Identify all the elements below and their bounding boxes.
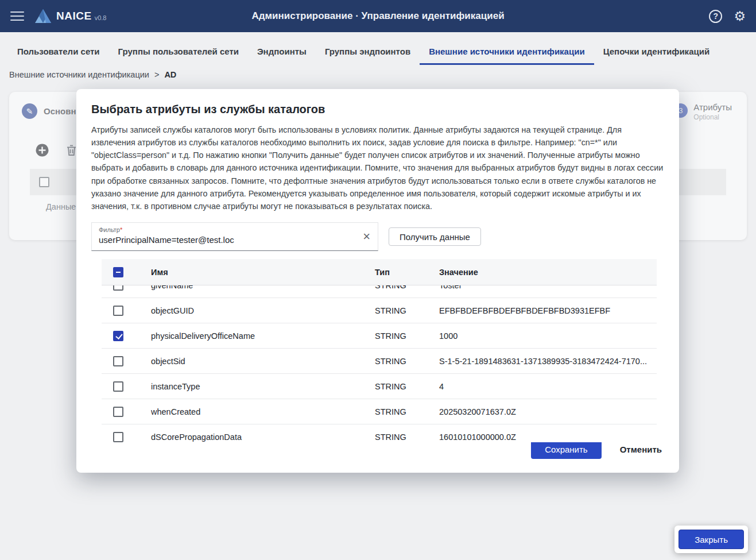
gear-icon[interactable]: ⚙ — [734, 10, 746, 23]
attribute-name: objectSid — [151, 357, 375, 366]
naice-logo-icon — [34, 9, 52, 24]
filter-input[interactable]: Фильтр* userPrincipalName=tester@test.lo… — [91, 222, 378, 251]
attribute-type: STRING — [375, 306, 439, 315]
attribute-type: STRING — [375, 432, 439, 442]
attribute-type: STRING — [375, 331, 439, 341]
required-asterisk: * — [120, 226, 122, 233]
row-checkbox[interactable] — [113, 407, 123, 417]
attributes-table: Имя Тип Значение givenName STRING Toster… — [102, 259, 657, 442]
attribute-type: STRING — [375, 407, 439, 416]
help-icon[interactable]: ? — [709, 10, 722, 23]
table-header-row: Имя Тип Значение — [102, 259, 657, 285]
attribute-value: 20250320071637.0Z — [439, 407, 657, 416]
attribute-value: S-1-5-21-1891483631-1371389935-318347242… — [439, 357, 657, 366]
brand-version: v0.8 — [95, 11, 107, 21]
attribute-value: 16010101000000.0Z — [439, 432, 657, 442]
filter-row: Фильтр* userPrincipalName=tester@test.lo… — [91, 222, 664, 251]
close-button[interactable]: Закрыть — [679, 530, 744, 549]
fetch-data-button[interactable]: Получить данные — [389, 227, 481, 246]
cancel-button[interactable]: Отменить — [618, 445, 664, 454]
attribute-name: physicalDeliveryOfficeName — [151, 331, 375, 341]
row-checkbox[interactable] — [113, 356, 123, 366]
table-row[interactable]: dSCorePropagationData STRING 16010101000… — [102, 424, 657, 442]
save-button[interactable]: Сохранить — [531, 439, 602, 459]
row-checkbox[interactable] — [113, 306, 123, 316]
row-checkbox[interactable] — [113, 331, 123, 341]
attribute-name: instanceType — [151, 382, 375, 391]
row-checkbox[interactable] — [113, 381, 123, 392]
select-all-checkbox[interactable] — [113, 267, 123, 277]
attribute-name: whenCreated — [151, 407, 375, 416]
app-bar: NAICE v0.8 Администрирование · Управлени… — [0, 0, 756, 32]
table-row[interactable]: physicalDeliveryOfficeName STRING 1000 — [102, 323, 657, 349]
page-title: Администрирование · Управление идентифик… — [251, 10, 504, 22]
header-type: Тип — [375, 268, 439, 277]
table-row[interactable]: whenCreated STRING 20250320071637.0Z — [102, 399, 657, 424]
attribute-value: 4 — [439, 382, 657, 391]
table-row[interactable]: instanceType STRING 4 — [102, 374, 657, 399]
attribute-name: dSCorePropagationData — [151, 432, 375, 442]
dialog-title: Выбрать атрибуты из службы каталогов — [91, 103, 664, 116]
appbar-actions: ? ⚙ — [709, 10, 746, 23]
table-row[interactable]: objectSid STRING S-1-5-21-1891483631-137… — [102, 349, 657, 374]
close-snackbar: Закрыть — [674, 526, 748, 553]
brand-name: NAICE — [56, 10, 92, 22]
filter-label: Фильтр* — [99, 226, 352, 233]
attribute-value: 1000 — [439, 331, 657, 341]
attribute-value: EFBFBDEFBFBDEFBFBDEFBFBD3931EFBF — [439, 306, 657, 315]
dialog-footer: Сохранить Отменить — [531, 439, 664, 459]
table-row[interactable]: objectGUID STRING EFBFBDEFBFBDEFBFBDEFBF… — [102, 298, 657, 323]
header-name: Имя — [151, 268, 375, 277]
row-checkbox[interactable] — [113, 432, 123, 442]
attribute-type: STRING — [375, 357, 439, 366]
select-attributes-dialog: Выбрать атрибуты из службы каталогов Атр… — [76, 89, 679, 473]
clear-filter-icon[interactable]: × — [363, 230, 370, 243]
header-value: Значение — [439, 268, 657, 277]
attribute-name: objectGUID — [151, 306, 375, 315]
menu-icon[interactable] — [10, 9, 24, 24]
table-body: givenName STRING Toster objectGUID STRIN… — [102, 273, 657, 442]
attribute-type: STRING — [375, 382, 439, 391]
dialog-description: Атрибуты записей службы каталогов могут … — [91, 123, 664, 213]
filter-value: userPrincipalName=tester@test.loc — [99, 235, 352, 245]
